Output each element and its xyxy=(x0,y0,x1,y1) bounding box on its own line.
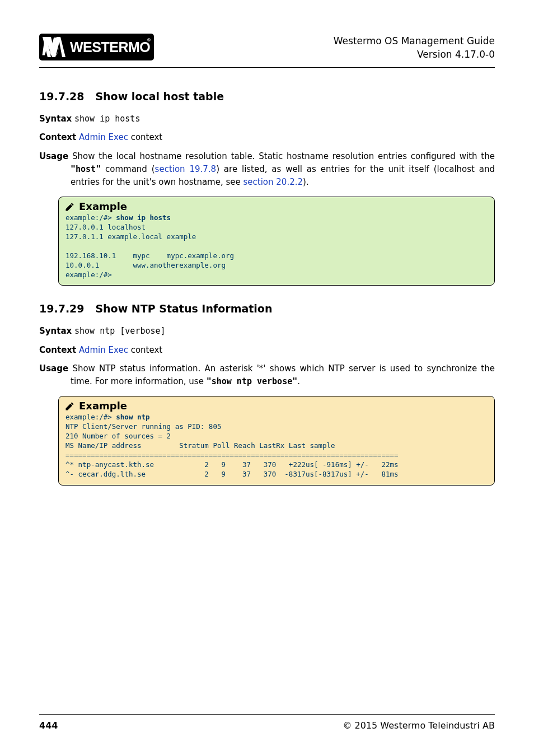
header-title: Westermo OS Management Guide Version 4.1… xyxy=(334,35,495,62)
example-output: example:/#> show ntp NTP Client/Server r… xyxy=(59,412,494,484)
westermo-logo: WESTERMO R xyxy=(39,34,154,63)
syntax-value: show ip hosts xyxy=(74,114,140,124)
syntax-entry: Syntax show ip hosts xyxy=(39,113,495,125)
pencil-icon xyxy=(64,201,76,212)
example-command: show ip hosts xyxy=(116,213,171,222)
example-body: 127.0.0.1 localhost 127.0.1.1 example.lo… xyxy=(65,223,234,278)
usage-label: Usage xyxy=(39,363,68,374)
example-output: example:/#> show ip hosts 127.0.0.1 loca… xyxy=(59,212,494,285)
syntax-entry: Syntax show ntp [verbose] xyxy=(39,325,495,338)
usage-cmd: "host" xyxy=(71,164,101,174)
usage-link[interactable]: section 19.7.8 xyxy=(155,164,217,174)
example-command: show ntp xyxy=(116,413,149,421)
page-number: 444 xyxy=(39,720,58,731)
context-entry: Context Admin Exec context xyxy=(39,344,495,357)
section-title: Show NTP Status Information xyxy=(95,302,272,315)
usage-entry: Usage Show the local hostname resolution… xyxy=(39,150,495,189)
usage-text: . xyxy=(297,376,300,386)
syntax-label: Syntax xyxy=(39,326,72,336)
usage-link[interactable]: section 20.2.2 xyxy=(243,177,303,187)
header-line2: Version 4.17.0-0 xyxy=(417,49,495,60)
usage-text: command ( xyxy=(101,164,154,174)
example-label: Example xyxy=(79,400,127,412)
context-entry: Context Admin Exec context xyxy=(39,131,495,144)
section-title: Show local host table xyxy=(95,90,224,102)
context-link[interactable]: Admin Exec xyxy=(79,132,128,142)
usage-label: Usage xyxy=(39,151,68,161)
usage-entry: Usage Show NTP status information. An as… xyxy=(39,362,495,389)
svg-text:WESTERMO: WESTERMO xyxy=(70,39,150,55)
example-box-2: Example example:/#> show ntp NTP Client/… xyxy=(58,396,495,485)
prompt: example:/#> xyxy=(65,213,116,222)
section-heading-1: 19.7.28 Show local host table xyxy=(39,90,495,102)
example-title: Example xyxy=(59,197,494,212)
example-label: Example xyxy=(79,200,127,212)
example-body: NTP Client/Server running as PID: 805 21… xyxy=(65,422,399,478)
pencil-icon xyxy=(64,400,76,412)
context-label: Context xyxy=(39,132,76,142)
page-header: WESTERMO R Westermo OS Management Guide … xyxy=(39,34,495,68)
prompt: example:/#> xyxy=(65,413,116,421)
header-line1: Westermo OS Management Guide xyxy=(334,35,495,46)
syntax-value: show ntp [verbose] xyxy=(74,326,166,336)
section-number: 19.7.28 xyxy=(39,90,85,102)
usage-text: Show the local hostname resolution table… xyxy=(72,151,495,161)
page-footer: 444 © 2015 Westermo Teleindustri AB xyxy=(39,714,495,731)
usage-cmd: "show ntp verbose" xyxy=(207,376,298,386)
context-tail: context xyxy=(128,132,162,142)
svg-text:R: R xyxy=(148,39,150,41)
syntax-label: Syntax xyxy=(39,114,72,124)
context-link[interactable]: Admin Exec xyxy=(79,345,128,355)
example-box-1: Example example:/#> show ip hosts 127.0.… xyxy=(58,197,495,286)
example-title: Example xyxy=(59,396,494,412)
copyright-text: © 2015 Westermo Teleindustri AB xyxy=(343,720,495,731)
context-label: Context xyxy=(39,345,76,355)
usage-text: ). xyxy=(303,177,309,187)
section-number: 19.7.29 xyxy=(39,302,85,315)
section-heading-2: 19.7.29 Show NTP Status Information xyxy=(39,302,495,315)
context-tail: context xyxy=(128,345,162,355)
